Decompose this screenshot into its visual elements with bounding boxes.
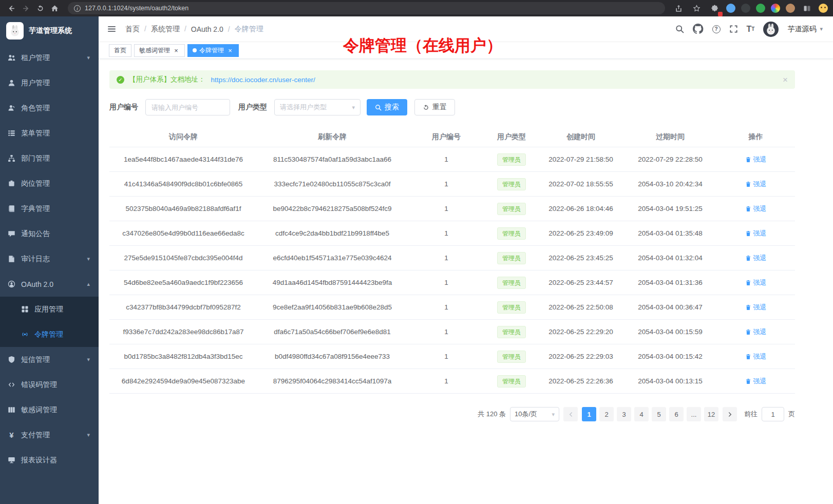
force-logout-button[interactable]: 强退 [745, 327, 767, 337]
extension-icon-green[interactable] [756, 4, 765, 13]
page-button[interactable]: 3 [617, 407, 631, 421]
bookmark-star-icon[interactable] [690, 2, 703, 14]
github-icon[interactable] [693, 24, 703, 34]
sidebar-item[interactable]: 应用管理 [0, 297, 99, 322]
share-icon[interactable] [672, 2, 685, 14]
user-type-placeholder: 请选择用户类型 [280, 103, 352, 112]
help-icon[interactable]: ? [712, 25, 721, 33]
force-logout-button[interactable]: 强退 [745, 155, 767, 164]
page-button[interactable]: 4 [634, 407, 649, 421]
next-page-button[interactable] [723, 407, 737, 421]
reset-icon [423, 104, 429, 111]
extension-icon-paw[interactable] [786, 4, 795, 13]
tag[interactable]: 敏感词管理 × [134, 44, 185, 57]
force-logout-button[interactable]: 强退 [745, 278, 767, 287]
table-body: 1ea5e44f8bc1467aaede43144f31de76 811c530… [109, 147, 795, 394]
sidebar-item[interactable]: 通知公告 [0, 221, 99, 246]
force-logout-button[interactable]: 强退 [745, 303, 767, 312]
sidebar-item[interactable]: 报表设计器 [0, 448, 99, 473]
extension-icon-rainbow[interactable] [771, 4, 780, 13]
expire-time-cell: 2054-03-04 00:36:47 [624, 303, 716, 311]
page-button[interactable]: 12 [704, 407, 718, 421]
extension-icon-dark[interactable] [741, 4, 750, 13]
force-logout-button[interactable]: 强退 [745, 229, 767, 238]
user-id-input[interactable] [145, 99, 230, 115]
user-name[interactable]: 芋道源码 [787, 25, 816, 34]
search-icon[interactable] [675, 25, 684, 33]
doc-link[interactable]: https://doc.iocoder.cn/user-center/ [211, 76, 315, 84]
force-logout-button[interactable]: 强退 [745, 352, 767, 361]
page-button[interactable]: 6 [669, 407, 684, 421]
sidebar-item-label: 报表设计器 [21, 456, 85, 465]
home-icon[interactable] [48, 2, 61, 14]
forward-icon[interactable] [20, 2, 32, 14]
create-time-cell: 2022-06-25 22:29:20 [538, 328, 624, 336]
page-button[interactable]: 1 [582, 407, 596, 421]
alert-close-icon[interactable]: × [783, 75, 788, 84]
force-logout-label: 强退 [753, 180, 767, 189]
caret-down-icon[interactable]: ▾ [820, 26, 823, 32]
tag-close-icon[interactable]: × [226, 47, 234, 54]
address-bar[interactable]: i 127.0.0.1:1024/system/oauth2/token [68, 2, 665, 14]
reset-button[interactable]: 重置 [414, 99, 455, 115]
back-icon[interactable] [5, 2, 17, 14]
breadcrumb-item[interactable]: OAuth 2.0 [191, 25, 235, 33]
hamburger-icon[interactable] [107, 25, 116, 33]
sidebar-item[interactable]: 菜单管理 [0, 121, 99, 146]
force-logout-button[interactable]: 强退 [745, 204, 767, 214]
extension-icon-blue[interactable] [726, 4, 735, 13]
breadcrumb-item[interactable]: 首页 [125, 25, 151, 34]
sidebar-item[interactable]: 用户管理 [0, 70, 99, 95]
sidebar-item[interactable]: 令牌管理 [0, 322, 99, 347]
fullscreen-icon[interactable] [729, 25, 738, 33]
sidebar-item[interactable]: 租户管理 ▾ [0, 45, 99, 70]
force-logout-button[interactable]: 强退 [745, 254, 767, 263]
breadcrumb-item[interactable]: 令牌管理 [235, 25, 263, 34]
sidebar-item[interactable]: 错误码管理 [0, 372, 99, 397]
force-logout-button[interactable]: 强退 [745, 180, 767, 189]
app-logo[interactable]: 芋道管理系统 [0, 16, 99, 45]
user-avatar[interactable] [763, 22, 779, 37]
refresh-token-cell: 333ecfc71e02480cb11055c875c3ca0f [257, 180, 407, 188]
search-button[interactable]: 搜索 [367, 99, 407, 115]
sidebar-item[interactable]: ¥ 支付管理 ▾ [0, 422, 99, 448]
create-time-cell: 2022-06-25 23:45:25 [538, 254, 624, 262]
app-title: 芋道管理系统 [29, 26, 72, 35]
sidebar-item-label: 敏感词管理 [21, 405, 85, 415]
split-view-icon[interactable] [801, 2, 813, 14]
extension-badge [718, 12, 723, 16]
sidebar-item[interactable]: 短信管理 ▾ [0, 347, 99, 372]
user-type-select[interactable]: 请选择用户类型 ▾ [274, 99, 361, 115]
access-token-cell: b0d1785bc3a8482f812db4a3f3bd15ec [109, 353, 257, 360]
tag[interactable]: 令牌管理 × [187, 44, 239, 57]
chevron-icon: ▾ [87, 432, 90, 438]
sidebar-item[interactable]: 字典管理 [0, 196, 99, 221]
page-size-select[interactable]: 10条/页 ▾ [510, 407, 559, 421]
tag-close-icon[interactable]: × [173, 47, 180, 54]
page-button[interactable]: ... [687, 407, 701, 421]
sidebar-item[interactable]: 部门管理 [0, 146, 99, 171]
table-row: 502375b8040a469a9b82188afdf6af1f be90422… [109, 197, 795, 221]
reload-icon[interactable] [34, 2, 46, 14]
sidebar-item[interactable]: 岗位管理 [0, 171, 99, 196]
page-button[interactable]: 2 [599, 407, 614, 421]
app-icon [21, 305, 29, 313]
sidebar-item[interactable]: 审计日志 ▾ [0, 246, 99, 272]
site-info-icon[interactable]: i [74, 5, 81, 12]
sidebar-item[interactable]: 敏感词管理 [0, 397, 99, 422]
tag[interactable]: 首页 × [109, 44, 131, 57]
sidebar-item[interactable]: OAuth 2.0 ▴ [0, 272, 99, 297]
force-logout-button[interactable]: 强退 [745, 377, 767, 386]
expire-time-cell: 2054-03-04 01:31:36 [624, 279, 716, 286]
font-size-icon[interactable]: TT [747, 25, 755, 33]
access-token-cell: 41c41346a548490f9dc8b01c6bfe0865 [109, 180, 257, 188]
extensions-button[interactable] [708, 2, 721, 14]
expire-time-cell: 2054-03-04 00:15:59 [624, 328, 716, 336]
user-id-cell: 1 [407, 254, 485, 262]
prev-page-button[interactable] [563, 407, 578, 421]
breadcrumb-item[interactable]: 系统管理 [151, 25, 191, 34]
goto-page-input[interactable] [762, 407, 784, 421]
sidebar-item[interactable]: 角色管理 [0, 95, 99, 121]
page-button[interactable]: 5 [652, 407, 666, 421]
profile-avatar[interactable] [819, 4, 828, 13]
